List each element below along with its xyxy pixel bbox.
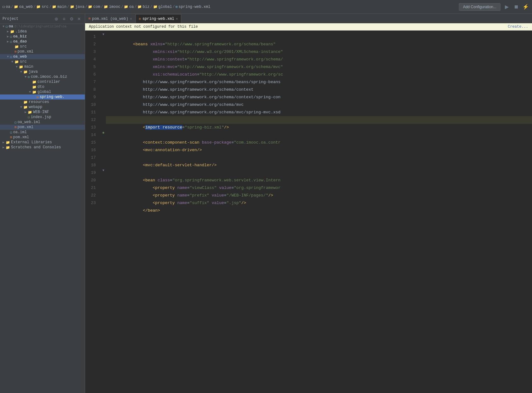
sidebar-item-oa-web[interactable]: ▼ ◻ oa_web <box>0 54 85 59</box>
sidebar-item-spring-web[interactable]: ⊞ spring-web. <box>0 94 85 100</box>
folder-icon: 📁 <box>6 145 10 150</box>
breadcrumb-oa2[interactable]: 📁 oa <box>124 5 134 9</box>
sidebar-item-src-web[interactable]: ▼ 📁 src <box>0 59 85 64</box>
tab-spring-web[interactable]: ⊞ spring-web.xml ✕ <box>136 14 181 23</box>
tab-pom-xml[interactable]: m pom.xml (oa_web) ✕ <box>85 14 136 23</box>
sidebar-item-oa-dao[interactable]: ▶ ◻ oa_dao <box>0 39 85 44</box>
sidebar-label: java <box>29 70 38 74</box>
sidebar-item-com-package[interactable]: ▼ ⊙ com.imooc.oa.biz <box>0 74 85 79</box>
folder-icon: 📁 <box>88 5 92 9</box>
sidebar-item-oa-biz[interactable]: ▶ ◻ oa_biz <box>0 34 85 39</box>
sidebar-item-global[interactable]: ▼ 📁 global <box>0 89 85 94</box>
breadcrumb-src[interactable]: 📁 src <box>36 5 49 9</box>
code-editor[interactable]: 1 2 3 4 5 6 7 8 9 10 11 12 13 14 15 16 1… <box>85 31 532 393</box>
sidebar-sync-button[interactable]: ⊕ <box>53 16 60 22</box>
breadcrumb-oa-web[interactable]: 📁 oa_web <box>14 5 33 9</box>
sidebar-item-controller[interactable]: 📁 controller <box>0 79 85 84</box>
tab-bar: m pom.xml (oa_web) ✕ ⊞ spring-web.xml ✕ <box>85 14 532 23</box>
selected-text: import resource <box>145 125 182 130</box>
breadcrumb-java[interactable]: 📁 java <box>70 5 84 9</box>
sidebar-header: Project ⊕ ≡ ⚙ ✕ <box>0 14 85 24</box>
breadcrumb-biz[interactable]: 📁 biz <box>137 5 150 9</box>
sidebar-item-idea[interactable]: ▶ 📁 .idea <box>0 29 85 34</box>
sidebar-icons: ⊕ ≡ ⚙ ✕ <box>53 16 82 22</box>
fold-icon-19[interactable]: ▼ <box>101 167 106 174</box>
sidebar-item-webapp[interactable]: ▼ 📁 webapp <box>0 105 85 110</box>
debug-button[interactable]: ⏹ <box>512 3 520 11</box>
sidebar-title: Project <box>3 17 53 21</box>
module-icon: ◻ <box>3 4 5 9</box>
expand-arrow: ▼ <box>28 90 32 94</box>
sidebar-item-java[interactable]: ▼ 📁 java <box>0 69 85 74</box>
sidebar-label: WEB-INF <box>33 110 49 114</box>
breadcrumb-global[interactable]: 📁 global <box>153 5 172 9</box>
sidebar-label: src <box>20 44 27 49</box>
sidebar-label: webapp <box>29 105 42 109</box>
module-icon: ◻ <box>10 40 12 44</box>
sidebar-label: spring-web. <box>40 95 65 99</box>
sidebar-label: dto <box>38 85 44 89</box>
sidebar-collapse-button[interactable]: ≡ <box>61 16 67 22</box>
sidebar-item-webinf[interactable]: ▶ 📁 WEB-INF <box>0 110 85 115</box>
folder-icon: 📁 <box>14 60 19 64</box>
folder-icon: 📁 <box>137 5 142 9</box>
sidebar-item-pom-web[interactable]: m pom.xml <box>0 125 85 130</box>
folder-icon: 📁 <box>10 30 14 34</box>
add-configuration-button[interactable]: Add Configuration... <box>459 3 500 11</box>
sidebar-label: main <box>24 65 33 69</box>
sidebar-hide-button[interactable]: ✕ <box>76 16 82 22</box>
expand-arrow: ▼ <box>1 25 6 28</box>
expand-arrow: ▼ <box>19 70 23 74</box>
sidebar-item-oa[interactable]: ▼ ◻ oa D:\ideaSpring\untitled\oa <box>0 24 85 29</box>
sidebar-item-oa-web-iml[interactable]: ◻ oa_web.iml <box>0 120 85 125</box>
pom-icon: m <box>10 135 12 139</box>
folder-icon: 📁 <box>6 140 10 145</box>
code-content[interactable]: <beans xmlns="http://www.springframework… <box>106 31 532 393</box>
sidebar-item-resources[interactable]: 📁 resources <box>0 100 85 105</box>
xml-icon: ⊞ <box>37 95 39 99</box>
coverage-button[interactable]: ⚡ <box>522 3 529 11</box>
sidebar-label: oa <box>9 24 13 29</box>
breadcrumb-main[interactable]: 📁 main <box>52 5 66 9</box>
sidebar-label: controller <box>38 80 60 84</box>
sidebar-item-dto[interactable]: 📁 dto <box>0 84 85 89</box>
tab-close-button[interactable]: ✕ <box>130 17 132 21</box>
tab-close-button[interactable]: ✕ <box>176 17 178 21</box>
folder-icon: 📁 <box>36 5 41 9</box>
sidebar-item-oa-iml[interactable]: ◻ oa.iml <box>0 130 85 135</box>
run-button[interactable]: ▶ <box>503 3 511 11</box>
sidebar-item-scratches[interactable]: ▶ 📁 Scratches and Consoles <box>0 145 85 150</box>
sidebar-item-main[interactable]: ▼ 📁 main <box>0 64 85 69</box>
xml-tab-icon: ⊞ <box>139 17 141 21</box>
breadcrumb-oa[interactable]: ◻ oa <box>3 4 10 9</box>
sidebar-label: Scratches and Consoles <box>11 145 61 150</box>
expand-arrow: ▼ <box>23 75 28 79</box>
sidebar-item-src-dao[interactable]: 📁 src <box>0 44 85 49</box>
sidebar-item-pom-dao[interactable]: m pom.xml <box>0 49 85 54</box>
folder-icon: 📁 <box>23 70 28 74</box>
expand-arrow: ▶ <box>1 140 6 144</box>
expand-arrow: ▶ <box>6 30 10 33</box>
breadcrumb-file[interactable]: ⊞ spring-web.xml <box>176 5 210 9</box>
expand-arrow: ▶ <box>6 35 10 38</box>
pom-icon: m <box>14 50 17 54</box>
folder-icon: 📁 <box>19 65 23 69</box>
pom-icon: m <box>14 125 17 129</box>
sidebar-item-external-libs[interactable]: ▶ 📁 External Libraries <box>0 140 85 145</box>
folder-icon: 📁 <box>153 5 158 9</box>
fold-icon-1[interactable]: ▼ <box>101 31 106 38</box>
sidebar-label: oa_web <box>13 54 27 59</box>
line-numbers: 1 2 3 4 5 6 7 8 9 10 11 12 13 14 15 16 1… <box>85 31 101 393</box>
expand-arrow: ▶ <box>6 40 10 43</box>
folder-icon: 📁 <box>104 5 108 9</box>
code-line-14: <context:component-scan base-package="co… <box>106 131 532 139</box>
create-link[interactable]: Create... <box>508 25 528 29</box>
breadcrumb-com[interactable]: 📁 com <box>88 5 100 9</box>
sidebar-item-index-jsp[interactable]: ⊡ index.jsp <box>0 115 85 120</box>
sidebar-item-pom-oa[interactable]: m pom.xml <box>0 135 85 140</box>
sidebar-label: index.jsp <box>31 115 51 119</box>
sidebar-settings-button[interactable]: ⚙ <box>68 16 75 22</box>
fold-icon-14[interactable]: ◉ <box>101 129 106 136</box>
expand-arrow: ▶ <box>23 110 28 114</box>
breadcrumb-imooc[interactable]: 📁 imooc <box>104 5 120 9</box>
